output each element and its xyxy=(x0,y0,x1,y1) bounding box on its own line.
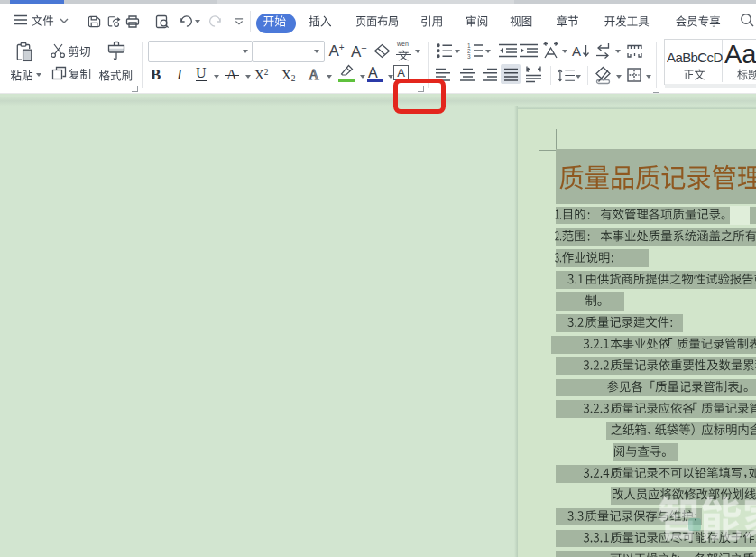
svg-text:3: 3 xyxy=(467,53,471,60)
